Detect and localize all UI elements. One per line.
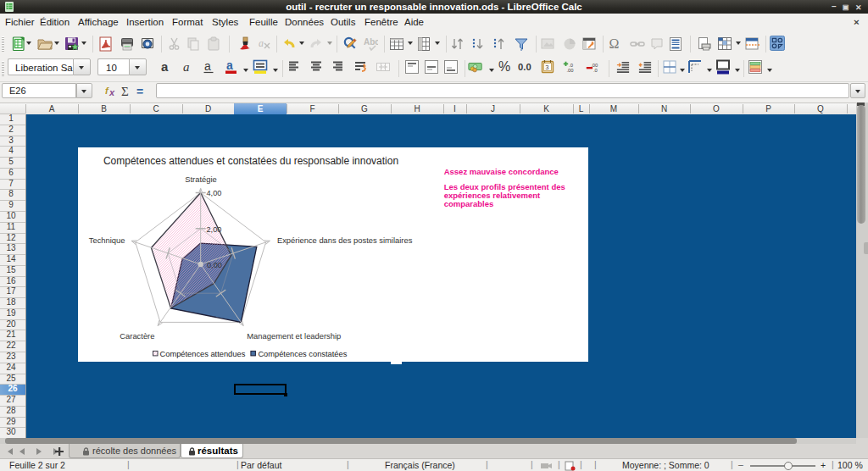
svg-text:a: a — [226, 59, 233, 72]
svg-text:.00: .00 — [566, 68, 574, 73]
svg-text:Compétences constatées: Compétences constatées — [258, 350, 347, 358]
svg-text:comparables: comparables — [444, 199, 494, 208]
svg-text:Compétences attendues et const: Compétences attendues et constatées du r… — [103, 155, 398, 167]
svg-text:a: a — [259, 37, 264, 49]
svg-text:2,00: 2,00 — [207, 225, 222, 234]
svg-text:Caractère: Caractère — [120, 331, 154, 341]
svg-text:a: a — [183, 60, 190, 74]
svg-text:Expérience dans des postes sim: Expérience dans des postes similaires — [277, 236, 413, 245]
svg-text:a: a — [204, 59, 211, 73]
svg-text:Assez mauvaise concordance: Assez mauvaise concordance — [444, 167, 559, 176]
svg-text:x: x — [108, 87, 115, 97]
svg-text:Σ: Σ — [121, 85, 129, 98]
svg-text:0,00: 0,00 — [207, 261, 222, 269]
svg-text:.00: .00 — [591, 63, 598, 68]
svg-text:Management et leadership: Management et leadership — [247, 331, 341, 341]
svg-text:Technique: Technique — [89, 236, 125, 245]
svg-text:.0: .0 — [593, 68, 598, 73]
svg-text:a: a — [161, 59, 169, 74]
svg-text:Stratégie: Stratégie — [185, 175, 217, 184]
svg-text:Abc: Abc — [364, 37, 378, 47]
svg-text:%: % — [498, 59, 510, 74]
svg-text:.0: .0 — [569, 63, 574, 68]
svg-text:3: 3 — [545, 64, 548, 71]
svg-text:0.0: 0.0 — [518, 62, 531, 72]
svg-text:Ω: Ω — [609, 36, 620, 51]
svg-text:Compétences attendues: Compétences attendues — [160, 350, 246, 358]
svg-text:=: = — [136, 85, 143, 98]
svg-text:4,00: 4,00 — [207, 189, 222, 197]
